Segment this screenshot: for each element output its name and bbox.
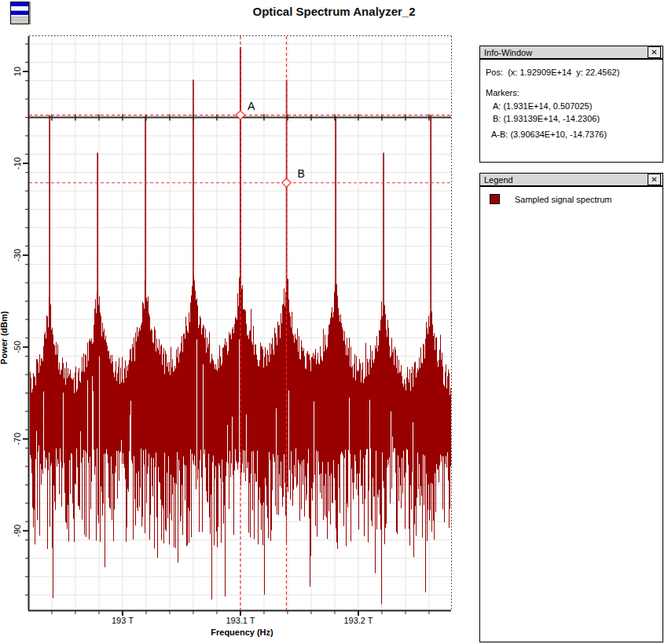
x-tick-label: 193 T — [112, 616, 134, 625]
marker-b-handle[interactable] — [282, 178, 291, 187]
x-tick-label: 193.1 T — [226, 616, 255, 625]
legend-title: Legend — [484, 175, 648, 185]
info-window-titlebar[interactable]: Info-Window ✕ — [480, 46, 662, 60]
y-tick-label: -90 — [13, 525, 22, 537]
legend-item-label: Sampled signal spectrum — [515, 195, 612, 204]
legend-item: Sampled signal spectrum — [490, 194, 658, 204]
y-tick-label: 10 — [13, 67, 22, 76]
info-window-title: Info-Window — [484, 48, 648, 57]
marker-delta-readout: A-B: (3.90634E+10, -14.7376) — [486, 129, 658, 141]
info-window-body: Pos: (x: 1.92909E+14 y: 22.4562) Markers… — [480, 60, 662, 141]
x-axis-title: Frequency (Hz) — [211, 628, 273, 637]
series-color-swatch — [490, 194, 500, 204]
y-tick-label: -10 — [13, 157, 22, 170]
cursor-position-readout: Pos: (x: 1.92909E+14 y: 22.4562) — [486, 67, 658, 79]
x-tick-label: 193.2 T — [343, 616, 373, 625]
close-icon[interactable]: ✕ — [648, 174, 661, 185]
spectrum-plot-area[interactable]: 10-10-30-50-70-90193 T193.1 T193.2 TPowe… — [0, 0, 475, 644]
markers-heading: Markers: — [486, 87, 658, 99]
legend-titlebar[interactable]: Legend ✕ — [480, 174, 662, 187]
y-tick-label: -50 — [13, 341, 22, 353]
marker-b-readout: B: (1.93139E+14, -14.2306) — [486, 112, 658, 125]
osa-window: Optical Spectrum Analyzer_2 10-10-30-50-… — [0, 0, 668, 644]
pos-label: Pos: — [486, 68, 503, 77]
y-tick-label: -30 — [13, 249, 22, 262]
info-window-panel: Info-Window ✕ Pos: (x: 1.92909E+14 y: 22… — [479, 46, 663, 163]
legend-panel: Legend ✕ Sampled signal spectrum — [479, 173, 663, 642]
marker-a-readout: A: (1.931E+14, 0.507025) — [486, 100, 658, 112]
marker-b-label: B — [297, 167, 304, 180]
close-icon[interactable]: ✕ — [648, 46, 661, 58]
legend-body: Sampled signal spectrum — [480, 187, 662, 204]
y-axis-title: Power (dBm) — [0, 311, 9, 364]
pos-value: (x: 1.92909E+14 y: 22.4562) — [508, 68, 619, 77]
marker-a-label: A — [248, 100, 255, 112]
y-tick-label: -70 — [13, 433, 22, 445]
